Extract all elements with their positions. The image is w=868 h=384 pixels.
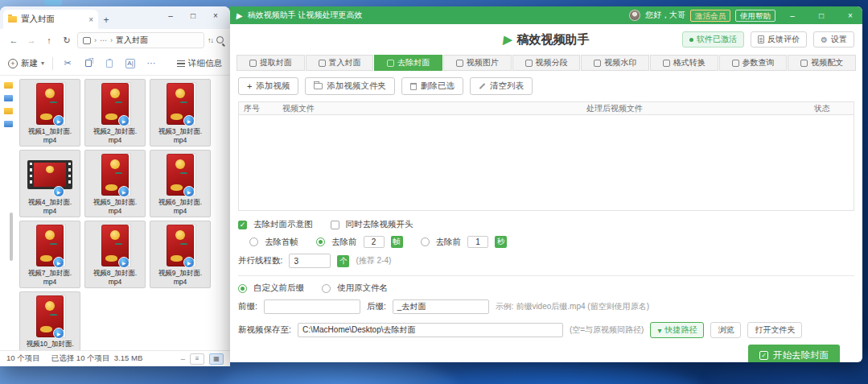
- cover-preview-checkbox[interactable]: ✓: [238, 221, 247, 229]
- video-thumbnail: ▶: [87, 82, 143, 126]
- file-item[interactable]: ▶视频2_加封面.mp4: [84, 79, 146, 147]
- tab-label: 参数查询: [743, 57, 775, 68]
- open-folder-button[interactable]: 打开文件夹: [747, 322, 802, 338]
- file-item[interactable]: ▶视频4_加封面.mp4: [19, 150, 80, 217]
- seconds-count-input[interactable]: 1: [467, 236, 488, 248]
- clear-icon: [479, 83, 486, 89]
- file-item[interactable]: ▶视频7_加封面.mp4: [19, 221, 80, 288]
- nav-pane-folder-icon[interactable]: [4, 121, 13, 127]
- maximize-button[interactable]: □: [182, 6, 204, 24]
- tab-9[interactable]: 视频配文: [788, 55, 856, 71]
- quick-path-button[interactable]: ▾快捷路径: [650, 322, 704, 338]
- back-icon[interactable]: ←: [6, 33, 21, 47]
- tab-2[interactable]: 置入封面: [306, 55, 374, 71]
- breadcrumb-folder[interactable]: 置入封面: [116, 35, 148, 46]
- file-name: 视频9_加封面.mp4: [158, 269, 202, 287]
- frames-count-input[interactable]: 2: [364, 236, 385, 248]
- nav-pane-folder-icon[interactable]: [4, 82, 13, 89]
- cut-icon[interactable]: ✂: [61, 57, 74, 70]
- suffix-input[interactable]: _去封面: [393, 299, 489, 314]
- save-path-input[interactable]: C:\MacHome\Desktop\去除封面: [298, 323, 563, 337]
- folder-action-button[interactable]: 添加视频文件夹: [305, 77, 395, 95]
- file-name: 视频4_加封面.mp4: [28, 198, 72, 216]
- custom-suffix-radio[interactable]: [238, 284, 247, 293]
- breadcrumb[interactable]: › ⋯ › 置入封面: [77, 32, 204, 48]
- file-item[interactable]: ▶视频3_加封面.mp4: [150, 79, 211, 147]
- suffix-label: 后缀:: [367, 301, 386, 312]
- status-dot-icon: [689, 38, 693, 42]
- remove-head-checkbox[interactable]: [331, 221, 339, 229]
- app-title: 稿效视频助手 让视频处理更高效: [248, 10, 363, 21]
- ellipsis-crumb[interactable]: ⋯: [100, 36, 107, 44]
- settings-button[interactable]: ⚙ 设置: [813, 31, 854, 47]
- remove-seconds-radio[interactable]: [421, 237, 430, 246]
- play-badge-icon: ▶: [53, 186, 64, 197]
- close-tab-icon[interactable]: ×: [88, 15, 93, 24]
- minimize-button[interactable]: –: [780, 6, 804, 24]
- help-badge[interactable]: 使用帮助: [735, 10, 775, 22]
- file-item[interactable]: ▶视频6_加封面.mp4: [150, 150, 211, 217]
- nav-pane-folder-icon[interactable]: [4, 95, 13, 101]
- explorer-tab[interactable]: 置入封面 ×: [3, 10, 98, 29]
- up-icon[interactable]: ↑: [42, 33, 56, 47]
- file-name: 视频8_加封面.mp4: [93, 269, 137, 287]
- sort-icon[interactable]: ↑↓: [208, 36, 213, 44]
- tab-3[interactable]: 去除封面: [374, 55, 442, 71]
- avatar[interactable]: [629, 10, 640, 21]
- tab-7[interactable]: 格式转换: [650, 55, 718, 71]
- file-grid: ▶视频1_加封面.mp4▶视频2_加封面.mp4▶视频3_加封面.mp4▶视频4…: [16, 76, 230, 350]
- activation-badge[interactable]: 激活会员: [690, 10, 730, 22]
- action-label: 删除已选: [421, 81, 455, 92]
- video-thumbnail: ▶: [87, 153, 143, 196]
- tab-label: 视频分段: [536, 57, 568, 68]
- plus-action-button[interactable]: +添加视频: [238, 77, 298, 95]
- remove-frames-radio[interactable]: [316, 237, 325, 246]
- collapse-details-icon[interactable]: –: [181, 354, 185, 363]
- rename-icon[interactable]: A|: [124, 57, 137, 70]
- video-thumbnail: ▶: [152, 153, 208, 196]
- tab-4[interactable]: 视频图片: [443, 55, 512, 71]
- nav-pane-folder-icon[interactable]: [4, 108, 13, 114]
- close-button[interactable]: ×: [204, 6, 227, 24]
- tab-8[interactable]: 参数查询: [719, 55, 788, 71]
- new-button[interactable]: + 新建 ▾: [8, 58, 44, 69]
- table-body[interactable]: [239, 115, 854, 210]
- file-item[interactable]: ▶视频1_加封面.mp4: [19, 79, 80, 147]
- clear-action-button[interactable]: 清空列表: [470, 77, 533, 95]
- remove-first-frame-radio[interactable]: [249, 237, 258, 246]
- activation-status-pill[interactable]: 软件已激活: [682, 31, 744, 47]
- paste-icon[interactable]: [103, 57, 116, 70]
- gear-icon: ⚙: [821, 35, 828, 44]
- feedback-button[interactable]: 反馈评价: [751, 31, 807, 47]
- file-item[interactable]: ▶视频8_加封面.mp4: [84, 221, 146, 288]
- refresh-icon[interactable]: ↻: [60, 33, 74, 47]
- close-button[interactable]: ×: [838, 6, 862, 24]
- file-item[interactable]: ▶视频5_加封面.mp4: [84, 150, 146, 217]
- tab-1[interactable]: 提取封面: [237, 55, 305, 71]
- thread-count-input[interactable]: 3: [289, 254, 331, 268]
- list-view-icon[interactable]: ≡: [190, 353, 204, 365]
- minimize-button[interactable]: –: [159, 6, 182, 24]
- tab-6[interactable]: 视频水印: [581, 55, 649, 71]
- grid-view-icon[interactable]: ▦: [209, 353, 224, 365]
- address-right-icons: ↑↓: [208, 36, 224, 44]
- frames-unit-badge: 帧: [391, 236, 403, 248]
- new-tab-button[interactable]: +: [98, 11, 114, 29]
- explorer-tab-title: 置入封面: [21, 14, 55, 25]
- details-button[interactable]: 详细信息: [177, 58, 222, 69]
- browse-button[interactable]: 浏览: [710, 322, 741, 338]
- more-icon[interactable]: ⋯: [145, 57, 158, 70]
- trash-action-button[interactable]: 删除已选: [401, 77, 463, 95]
- tab-5[interactable]: 视频分段: [512, 55, 581, 71]
- nav-pane-scrollbar[interactable]: [10, 213, 13, 261]
- original-name-radio[interactable]: [322, 284, 331, 293]
- search-icon[interactable]: [216, 36, 224, 43]
- file-item[interactable]: ▶视频9_加封面.mp4: [150, 221, 211, 288]
- copy-icon[interactable]: [82, 57, 95, 70]
- start-button[interactable]: ✓ 开始去除封面: [748, 345, 840, 362]
- file-item[interactable]: ▶视频10_加封面.mp4: [19, 291, 80, 350]
- forward-icon[interactable]: →: [24, 33, 39, 47]
- maximize-button[interactable]: □: [809, 6, 833, 24]
- filmstrip-thumbnail: [27, 160, 72, 189]
- prefix-input[interactable]: [264, 299, 360, 314]
